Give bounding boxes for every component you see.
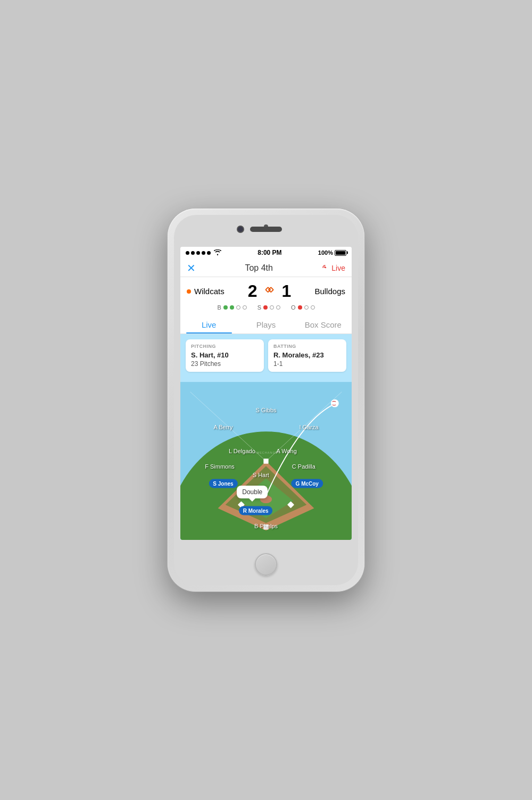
balls-count: B xyxy=(217,304,246,311)
outs-count: O xyxy=(291,304,315,311)
home-score: 2 xyxy=(248,281,257,301)
strike-dot-3 xyxy=(276,305,280,310)
signal-dot-5 xyxy=(207,251,211,255)
out-dot-1 xyxy=(298,305,302,310)
player-l-delgado: L Delgado xyxy=(229,448,255,454)
pitch-count: 23 Pitches xyxy=(191,360,259,368)
home-button[interactable] xyxy=(255,553,277,576)
tab-box-score[interactable]: Box Score xyxy=(295,315,352,334)
player-s-jones: S Jones xyxy=(209,479,237,488)
speaker-grille xyxy=(250,227,282,232)
tab-bar: Live Plays Box Score xyxy=(180,315,352,334)
away-score: 1 xyxy=(282,281,292,301)
batter-stat: 1-1 xyxy=(273,360,341,368)
signal-dot-2 xyxy=(191,251,195,255)
balls-label: B xyxy=(217,304,221,311)
battery-fill xyxy=(336,251,345,255)
phone-frame: 8:00 PM 100% ✕ Top 4th xyxy=(168,209,364,591)
field-players: A Berry S Gibbs I Garza L Delgado A Wong… xyxy=(180,376,352,540)
home-team-dot xyxy=(187,289,191,294)
baseball-field: GAMECHANGER A Berry S Gibbs I Garza L De… xyxy=(180,376,352,540)
app-header: ✕ Top 4th Live xyxy=(180,259,352,277)
home-team-name: Wildcats xyxy=(194,287,225,296)
phone-body: 8:00 PM 100% ✕ Top 4th xyxy=(174,215,358,585)
out-dot-2 xyxy=(304,305,309,310)
ball-dot-1 xyxy=(223,305,228,310)
player-s-hart: S Hart xyxy=(253,472,269,478)
tab-plays[interactable]: Plays xyxy=(237,315,294,334)
front-camera xyxy=(237,226,244,233)
screen: 8:00 PM 100% ✕ Top 4th xyxy=(180,247,352,540)
live-content: PITCHING S. Hart, #10 23 Pitches BATTING… xyxy=(180,334,352,540)
count-row: B S O xyxy=(180,303,352,315)
signal-dot-3 xyxy=(196,251,200,255)
game-period: Top 4th xyxy=(245,263,272,273)
out-dot-3 xyxy=(311,305,315,310)
strikes-count: S xyxy=(257,304,280,311)
pitcher-name: S. Hart, #10 xyxy=(191,351,259,359)
ball-dot-2 xyxy=(230,305,234,310)
strike-dot-1 xyxy=(263,305,268,310)
batter-name: R. Morales, #23 xyxy=(273,351,341,359)
status-bar: 8:00 PM 100% xyxy=(180,247,352,259)
batting-label: BATTING xyxy=(273,344,341,349)
outs-label: O xyxy=(291,304,296,311)
player-c-padilla: C Padilla xyxy=(292,463,315,470)
status-time: 8:00 PM xyxy=(257,249,281,256)
away-team: Bulldogs xyxy=(314,287,345,296)
player-a-berry: A Berry xyxy=(213,424,232,430)
wifi-icon xyxy=(214,249,221,256)
battery-bar xyxy=(335,250,346,256)
svg-point-0 xyxy=(325,266,326,268)
signal-area xyxy=(186,249,221,256)
away-team-name: Bulldogs xyxy=(314,287,345,296)
strike-dot-2 xyxy=(270,305,274,310)
ball-dot-3 xyxy=(236,305,240,310)
player-g-mccoy: G McCoy xyxy=(292,479,323,488)
pitching-label: PITCHING xyxy=(191,344,259,349)
player-i-garza: I Garza xyxy=(299,424,318,430)
ball-dot-4 xyxy=(243,305,247,310)
battery-area: 100% xyxy=(318,249,346,256)
player-a-wong: A Wong xyxy=(276,448,296,454)
live-badge: Live xyxy=(322,264,345,272)
player-s-gibbs: S Gibbs xyxy=(255,407,276,413)
close-button[interactable]: ✕ xyxy=(187,262,196,274)
battery-percentage: 100% xyxy=(318,249,333,256)
score-area: 2 1 xyxy=(248,281,292,301)
batting-card: BATTING R. Morales, #23 1-1 xyxy=(268,339,346,372)
live-icon xyxy=(322,264,329,272)
signal-dot-1 xyxy=(186,251,189,255)
live-label: Live xyxy=(331,264,345,272)
diamond-icon xyxy=(264,286,276,297)
player-b-phelps: B Phelps xyxy=(254,523,278,529)
pitching-card: PITCHING S. Hart, #10 23 Pitches xyxy=(186,339,264,372)
strikes-label: S xyxy=(257,304,261,311)
score-section: Wildcats 2 1 Bulldogs xyxy=(180,277,352,303)
home-team: Wildcats xyxy=(187,287,225,296)
info-cards: PITCHING S. Hart, #10 23 Pitches BATTING… xyxy=(180,334,352,376)
signal-dot-4 xyxy=(202,251,205,255)
tab-live[interactable]: Live xyxy=(180,315,237,334)
player-f-simmons: F Simmons xyxy=(205,463,235,470)
player-r-morales: R Morales xyxy=(239,506,273,515)
play-double-bubble: Double xyxy=(237,486,268,498)
